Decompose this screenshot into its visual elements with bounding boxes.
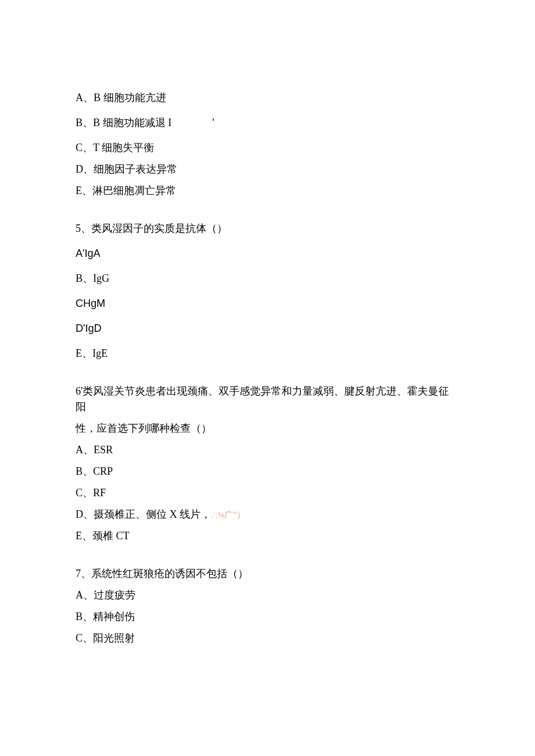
q5-option-e: E、IgE bbox=[76, 346, 459, 361]
q5-option-d: D'IgD bbox=[76, 321, 459, 336]
q5-option-b: B、IgG bbox=[76, 271, 459, 286]
q6-option-d: D、摄颈椎正、侧位 X 线片，∴⅛广"） bbox=[76, 507, 459, 522]
q6-option-b: B、CRP bbox=[76, 464, 459, 479]
q7-option-a: A、过度疲劳 bbox=[76, 587, 459, 603]
q6-option-e: E、颈椎 CT bbox=[76, 528, 459, 544]
q4-option-e: E、淋巴细胞凋亡异常 bbox=[76, 183, 459, 199]
q7-option-c: C、阳光照射 bbox=[76, 630, 459, 646]
tick-mark: ' bbox=[212, 117, 214, 128]
q4-option-c: C、T 细胞失平衡 bbox=[76, 140, 459, 156]
document-page: A、B 细胞功能亢进 B、B 细胞功能减退 I' C、T 细胞失平衡 D、细胞因… bbox=[0, 0, 535, 714]
q6-stem-line1: 6'类风湿关节炎患者出现颈痛、双手感觉异常和力量减弱、腱反射亢进、霍夫曼征阳 bbox=[76, 384, 459, 415]
q5-option-a: A'IgA bbox=[76, 246, 459, 261]
q6-option-c: C、RF bbox=[76, 485, 459, 501]
q4-option-b: B、B 细胞功能减退 I' bbox=[76, 115, 459, 131]
q4-option-d: D、细胞因子表达异常 bbox=[76, 162, 459, 177]
q6-option-d-faded: ∴⅛广"） bbox=[211, 510, 245, 519]
q4-option-a: A、B 细胞功能亢进 bbox=[76, 90, 459, 106]
q6-option-a: A、ESR bbox=[76, 442, 459, 458]
q5-option-c: CHgM bbox=[76, 296, 459, 311]
q4-option-b-text: B、B 细胞功能减退 I bbox=[76, 117, 172, 128]
q6-option-d-text: D、摄颈椎正、侧位 X 线片， bbox=[76, 508, 211, 520]
q7-stem: 7、系统性红斑狼疮的诱因不包括（） bbox=[76, 566, 459, 582]
q6-stem-line2: 性，应首选下列哪种检查（） bbox=[76, 421, 459, 436]
q5-stem: 5、类风湿因子的实质是抗体（） bbox=[76, 221, 459, 237]
q7-option-b: B、精神创伤 bbox=[76, 609, 459, 625]
